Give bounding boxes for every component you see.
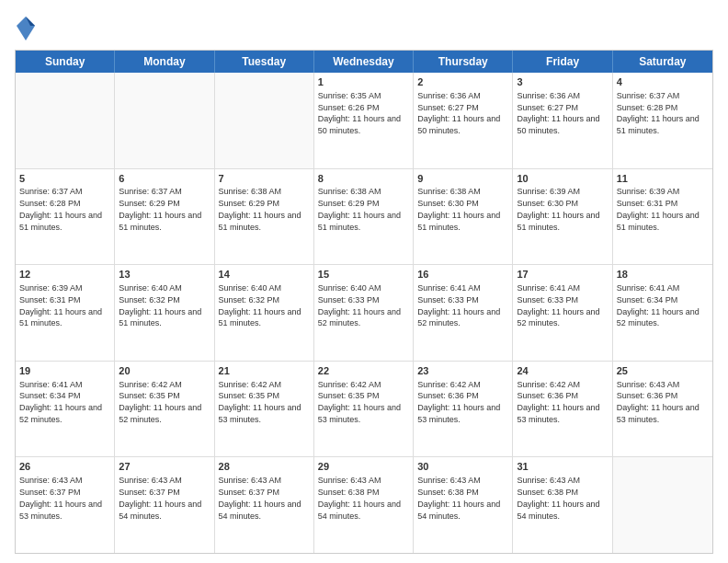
day-number: 30 — [417, 460, 508, 474]
day-number: 25 — [617, 364, 709, 378]
day-number: 4 — [617, 75, 709, 89]
day-cell-30: 30Sunrise: 6:43 AM Sunset: 6:38 PM Dayli… — [414, 457, 513, 553]
day-cell-7: 7Sunrise: 6:38 AM Sunset: 6:29 PM Daylig… — [215, 169, 314, 265]
day-info: Sunrise: 6:41 AM Sunset: 6:34 PM Dayligh… — [19, 380, 105, 424]
day-cell-25: 25Sunrise: 6:43 AM Sunset: 6:36 PM Dayli… — [613, 362, 712, 457]
day-number: 31 — [517, 460, 608, 474]
day-info: Sunrise: 6:42 AM Sunset: 6:35 PM Dayligh… — [119, 380, 204, 424]
day-cell-14: 14Sunrise: 6:40 AM Sunset: 6:32 PM Dayli… — [215, 265, 314, 361]
calendar-body: 1Sunrise: 6:35 AM Sunset: 6:26 PM Daylig… — [16, 73, 712, 553]
day-number: 12 — [19, 268, 110, 282]
day-cell-11: 11Sunrise: 6:39 AM Sunset: 6:31 PM Dayli… — [613, 169, 712, 265]
header-day-sunday: Sunday — [16, 51, 115, 73]
day-number: 19 — [19, 364, 110, 378]
page: SundayMondayTuesdayWednesdayThursdayFrid… — [0, 0, 728, 563]
svg-marker-0 — [17, 17, 35, 40]
day-info: Sunrise: 6:41 AM Sunset: 6:33 PM Dayligh… — [517, 283, 602, 327]
day-cell-3: 3Sunrise: 6:36 AM Sunset: 6:27 PM Daylig… — [513, 73, 612, 168]
day-number: 28 — [219, 460, 310, 474]
day-cell-21: 21Sunrise: 6:42 AM Sunset: 6:35 PM Dayli… — [215, 362, 314, 457]
day-info: Sunrise: 6:37 AM Sunset: 6:28 PM Dayligh… — [19, 187, 105, 231]
day-cell-19: 19Sunrise: 6:41 AM Sunset: 6:34 PM Dayli… — [16, 362, 115, 457]
empty-cell — [215, 73, 314, 168]
day-cell-27: 27Sunrise: 6:43 AM Sunset: 6:37 PM Dayli… — [115, 457, 214, 553]
day-cell-10: 10Sunrise: 6:39 AM Sunset: 6:30 PM Dayli… — [513, 169, 612, 265]
day-cell-22: 22Sunrise: 6:42 AM Sunset: 6:35 PM Dayli… — [314, 362, 414, 457]
header-day-tuesday: Tuesday — [215, 51, 314, 73]
day-number: 10 — [517, 172, 608, 186]
day-number: 1 — [318, 75, 409, 89]
day-info: Sunrise: 6:43 AM Sunset: 6:38 PM Dayligh… — [517, 476, 602, 520]
calendar: SundayMondayTuesdayWednesdayThursdayFrid… — [15, 50, 713, 554]
day-info: Sunrise: 6:38 AM Sunset: 6:29 PM Dayligh… — [318, 187, 404, 231]
day-info: Sunrise: 6:37 AM Sunset: 6:28 PM Dayligh… — [617, 91, 702, 135]
day-number: 15 — [318, 268, 409, 282]
day-info: Sunrise: 6:43 AM Sunset: 6:37 PM Dayligh… — [219, 476, 304, 520]
day-info: Sunrise: 6:37 AM Sunset: 6:29 PM Dayligh… — [119, 187, 204, 231]
day-info: Sunrise: 6:36 AM Sunset: 6:27 PM Dayligh… — [517, 91, 602, 135]
day-info: Sunrise: 6:41 AM Sunset: 6:33 PM Dayligh… — [417, 283, 503, 327]
day-info: Sunrise: 6:40 AM Sunset: 6:33 PM Dayligh… — [318, 283, 404, 327]
day-number: 16 — [417, 268, 508, 282]
day-number: 2 — [417, 75, 508, 89]
day-number: 27 — [119, 460, 210, 474]
day-info: Sunrise: 6:39 AM Sunset: 6:31 PM Dayligh… — [617, 187, 702, 231]
calendar-row-2: 5Sunrise: 6:37 AM Sunset: 6:28 PM Daylig… — [16, 169, 712, 266]
day-info: Sunrise: 6:38 AM Sunset: 6:30 PM Dayligh… — [417, 187, 503, 231]
day-number: 26 — [19, 460, 110, 474]
day-number: 22 — [318, 364, 409, 378]
empty-cell — [115, 73, 214, 168]
day-cell-2: 2Sunrise: 6:36 AM Sunset: 6:27 PM Daylig… — [414, 73, 513, 168]
day-cell-23: 23Sunrise: 6:42 AM Sunset: 6:36 PM Dayli… — [414, 362, 513, 457]
logo — [15, 15, 37, 42]
day-cell-31: 31Sunrise: 6:43 AM Sunset: 6:38 PM Dayli… — [513, 457, 612, 553]
day-info: Sunrise: 6:39 AM Sunset: 6:31 PM Dayligh… — [19, 283, 105, 327]
day-info: Sunrise: 6:40 AM Sunset: 6:32 PM Dayligh… — [119, 283, 204, 327]
day-cell-26: 26Sunrise: 6:43 AM Sunset: 6:37 PM Dayli… — [16, 457, 115, 553]
day-cell-5: 5Sunrise: 6:37 AM Sunset: 6:28 PM Daylig… — [16, 169, 115, 265]
day-cell-18: 18Sunrise: 6:41 AM Sunset: 6:34 PM Dayli… — [613, 265, 712, 361]
day-number: 13 — [119, 268, 210, 282]
day-number: 8 — [318, 172, 409, 186]
day-number: 9 — [417, 172, 508, 186]
day-number: 21 — [219, 364, 310, 378]
day-cell-17: 17Sunrise: 6:41 AM Sunset: 6:33 PM Dayli… — [513, 265, 612, 361]
day-info: Sunrise: 6:43 AM Sunset: 6:36 PM Dayligh… — [617, 380, 702, 424]
empty-cell — [16, 73, 115, 168]
day-cell-13: 13Sunrise: 6:40 AM Sunset: 6:32 PM Dayli… — [115, 265, 214, 361]
header-day-monday: Monday — [115, 51, 214, 73]
day-info: Sunrise: 6:43 AM Sunset: 6:37 PM Dayligh… — [119, 476, 204, 520]
calendar-row-1: 1Sunrise: 6:35 AM Sunset: 6:26 PM Daylig… — [16, 73, 712, 169]
day-number: 6 — [119, 172, 210, 186]
day-cell-24: 24Sunrise: 6:42 AM Sunset: 6:36 PM Dayli… — [513, 362, 612, 457]
day-cell-28: 28Sunrise: 6:43 AM Sunset: 6:37 PM Dayli… — [215, 457, 314, 553]
day-number: 7 — [219, 172, 310, 186]
day-info: Sunrise: 6:35 AM Sunset: 6:26 PM Dayligh… — [318, 91, 404, 135]
header-day-wednesday: Wednesday — [314, 51, 414, 73]
logo-icon — [16, 15, 36, 42]
header — [15, 15, 713, 42]
day-number: 23 — [417, 364, 508, 378]
day-cell-8: 8Sunrise: 6:38 AM Sunset: 6:29 PM Daylig… — [314, 169, 414, 265]
header-day-thursday: Thursday — [414, 51, 513, 73]
day-info: Sunrise: 6:36 AM Sunset: 6:27 PM Dayligh… — [417, 91, 503, 135]
day-number: 14 — [219, 268, 310, 282]
day-cell-9: 9Sunrise: 6:38 AM Sunset: 6:30 PM Daylig… — [414, 169, 513, 265]
day-info: Sunrise: 6:42 AM Sunset: 6:36 PM Dayligh… — [517, 380, 602, 424]
header-day-friday: Friday — [513, 51, 612, 73]
day-info: Sunrise: 6:43 AM Sunset: 6:38 PM Dayligh… — [318, 476, 404, 520]
calendar-row-3: 12Sunrise: 6:39 AM Sunset: 6:31 PM Dayli… — [16, 265, 712, 362]
day-number: 18 — [617, 268, 709, 282]
day-info: Sunrise: 6:42 AM Sunset: 6:36 PM Dayligh… — [417, 380, 503, 424]
day-cell-16: 16Sunrise: 6:41 AM Sunset: 6:33 PM Dayli… — [414, 265, 513, 361]
day-info: Sunrise: 6:42 AM Sunset: 6:35 PM Dayligh… — [318, 380, 404, 424]
day-cell-4: 4Sunrise: 6:37 AM Sunset: 6:28 PM Daylig… — [613, 73, 712, 168]
day-number: 3 — [517, 75, 608, 89]
day-info: Sunrise: 6:43 AM Sunset: 6:38 PM Dayligh… — [417, 476, 503, 520]
day-info: Sunrise: 6:43 AM Sunset: 6:37 PM Dayligh… — [19, 476, 105, 520]
day-cell-1: 1Sunrise: 6:35 AM Sunset: 6:26 PM Daylig… — [314, 73, 414, 168]
day-info: Sunrise: 6:41 AM Sunset: 6:34 PM Dayligh… — [617, 283, 702, 327]
day-cell-15: 15Sunrise: 6:40 AM Sunset: 6:33 PM Dayli… — [314, 265, 414, 361]
calendar-header: SundayMondayTuesdayWednesdayThursdayFrid… — [16, 51, 712, 73]
day-cell-12: 12Sunrise: 6:39 AM Sunset: 6:31 PM Dayli… — [16, 265, 115, 361]
